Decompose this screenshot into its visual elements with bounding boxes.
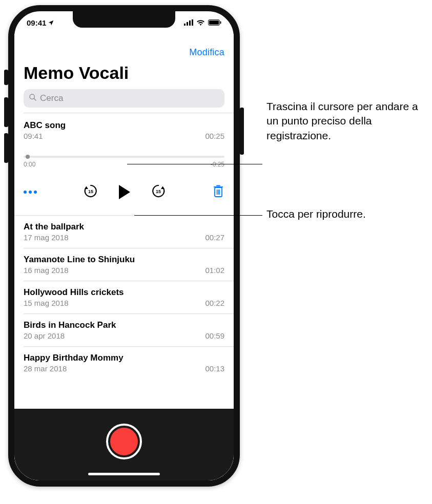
wifi-icon	[196, 19, 205, 26]
slider-thumb[interactable]	[26, 155, 30, 159]
svg-marker-9	[85, 186, 88, 190]
list-item[interactable]: Happy Birthday Mommy 28 mar 2018 00:13	[14, 347, 234, 379]
recording-duration: 00:22	[205, 299, 224, 307]
svg-rect-5	[209, 20, 219, 25]
recording-time: 09:41	[24, 132, 43, 140]
recording-duration: 00:59	[205, 331, 224, 340]
svg-rect-6	[220, 22, 221, 24]
home-indicator[interactable]	[88, 473, 160, 475]
recording-duration: 00:13	[205, 364, 224, 373]
recording-date: 16 mag 2018	[24, 266, 69, 275]
power-button	[240, 108, 244, 155]
mute-switch	[4, 70, 8, 85]
recording-title: Yamanote Line to Shinjuku	[24, 255, 224, 265]
recording-date: 28 mar 2018	[24, 364, 67, 373]
search-placeholder: Cerca	[40, 93, 63, 103]
cellular-signal-icon	[184, 19, 193, 26]
recording-title: ABC song	[24, 120, 224, 131]
svg-rect-0	[184, 24, 186, 26]
trash-icon[interactable]	[212, 184, 224, 200]
callout-line	[134, 215, 262, 216]
recording-duration: 00:27	[205, 233, 224, 242]
status-time: 09:41	[27, 18, 46, 27]
phone-frame: 09:41	[8, 5, 240, 487]
battery-icon	[208, 19, 221, 26]
remaining-time: -0:25	[211, 161, 224, 168]
list-item[interactable]: Yamanote Line to Shinjuku 16 mag 2018 01…	[14, 248, 234, 281]
callout-scrub: Trascina il cursore per andare a un punt…	[266, 99, 420, 143]
recording-title: Happy Birthday Mommy	[24, 353, 224, 363]
phone-notch	[73, 10, 175, 28]
svg-text:15: 15	[156, 189, 161, 194]
svg-rect-2	[189, 20, 191, 26]
more-button[interactable]	[24, 191, 37, 194]
callout-line	[127, 164, 262, 164]
record-bar	[14, 409, 234, 480]
skip-back-15-icon[interactable]: 15	[83, 183, 98, 201]
play-button[interactable]	[119, 185, 130, 199]
recording-date: 20 apr 2018	[24, 331, 65, 340]
svg-marker-11	[161, 186, 164, 190]
recording-duration: 00:25	[205, 132, 224, 140]
recording-title: Birds in Hancock Park	[24, 320, 224, 330]
page-title: Memo Vocali	[14, 58, 234, 89]
location-icon	[48, 19, 54, 26]
svg-text:15: 15	[88, 189, 93, 194]
callout-play: Tocca per riprodurre.	[266, 207, 420, 221]
recording-date: 15 mag 2018	[24, 299, 69, 307]
elapsed-time: 0:00	[24, 161, 35, 168]
search-input[interactable]: Cerca	[24, 89, 224, 108]
volume-up-button	[4, 97, 8, 127]
recording-title: At the ballpark	[24, 222, 224, 232]
search-icon	[29, 93, 37, 104]
skip-forward-15-icon[interactable]: 15	[151, 183, 166, 201]
list-item[interactable]: At the ballpark 17 mag 2018 00:27	[14, 216, 234, 248]
edit-button[interactable]: Modifica	[189, 47, 224, 58]
record-icon	[110, 428, 138, 455]
svg-line-8	[34, 98, 36, 100]
recording-duration: 01:02	[205, 266, 224, 275]
svg-rect-1	[187, 22, 188, 26]
recording-title: Hollywood Hills crickets	[24, 287, 224, 298]
recording-date: 17 mag 2018	[24, 233, 69, 242]
svg-rect-3	[192, 19, 193, 26]
volume-down-button	[4, 133, 8, 163]
record-button[interactable]	[106, 424, 142, 459]
playback-slider[interactable]	[24, 156, 224, 158]
list-item[interactable]: Birds in Hancock Park 20 apr 2018 00:59	[14, 314, 234, 346]
list-item[interactable]: Hollywood Hills crickets 15 mag 2018 00:…	[14, 281, 234, 313]
